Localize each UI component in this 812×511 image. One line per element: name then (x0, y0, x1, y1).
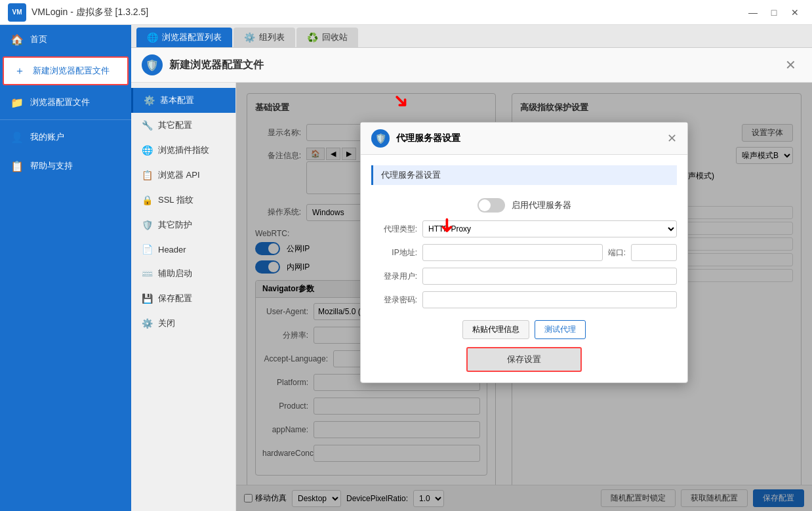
dialog-header: 🛡️ 新建浏览器配置文件 ✕ (131, 48, 812, 83)
proxy-modal-body: 代理服务器设置 启用代理服务器 代理 (361, 155, 687, 382)
nav-other-protection[interactable]: 🛡️ 其它防护 (131, 213, 235, 237)
nav-browser-fingerprint[interactable]: 🌐 浏览插件指纹 (131, 138, 235, 163)
sidebar-item-account-label: 我的账户 (30, 131, 64, 143)
save-config-icon: 💾 (142, 293, 153, 304)
paste-proxy-button[interactable]: 粘贴代理信息 (462, 320, 529, 339)
folder-icon: 📁 (10, 96, 24, 109)
annotation-arrow-1: ➜ (388, 87, 415, 114)
tab-group-label: 组列表 (259, 31, 285, 43)
content-area: 🌐 浏览器配置列表 ⚙️ 组列表 ♻️ 回收站 🛡️ 新建浏览器配置文件 ✕ (131, 25, 812, 511)
header-icon: 📄 (142, 244, 153, 255)
close-nav-icon: ⚙️ (142, 318, 153, 329)
proxy-ip-label: IP地址: (371, 247, 417, 258)
close-button[interactable]: ✕ (786, 5, 804, 20)
proxy-actions: 粘贴代理信息 测试代理 (371, 315, 677, 339)
main-layout: 🏠 首页 ＋ 新建浏览器配置文件 📁 浏览器配置文件 👤 我的账户 📋 帮助与支… (0, 25, 812, 511)
other-config-icon: 🔧 (142, 120, 153, 131)
proxy-modal-header: 🛡️ 代理服务器设置 ✕ (361, 123, 687, 155)
nav-header-label: Header (158, 245, 186, 255)
tab-trash[interactable]: ♻️ 回收站 (296, 28, 358, 47)
dialog-title: 新建浏览器配置文件 (169, 58, 264, 72)
left-nav: ⚙️ 基本配置 🔧 其它配置 🌐 浏览插件指纹 📋 浏览器 API (131, 83, 236, 511)
nav-other-config[interactable]: 🔧 其它配置 (131, 113, 235, 138)
tab-group-list[interactable]: ⚙️ 组列表 (233, 28, 295, 47)
proxy-section-title: 代理服务器设置 (371, 165, 677, 185)
nav-api-label: 浏览器 API (158, 169, 200, 181)
proxy-password-label: 登录密码: (371, 295, 417, 306)
minimize-button[interactable]: — (744, 5, 762, 20)
ssl-icon: 🔒 (142, 195, 153, 205)
title-bar: VM VMLogin - 虚拟多登 [1.3.2.5] — □ ✕ (0, 0, 812, 25)
proxy-username-input[interactable] (422, 268, 677, 285)
home-icon: 🏠 (10, 33, 24, 46)
help-icon: 📋 (10, 159, 24, 173)
plus-icon: ＋ (13, 64, 26, 77)
proxy-modal-overlay: 🛡️ 代理服务器设置 ✕ 代理服务器设置 (236, 83, 812, 511)
aux-icon: ⌨️ (142, 268, 153, 279)
trash-tab-icon: ♻️ (307, 32, 318, 43)
sidebar-item-profiles[interactable]: 📁 浏览器配置文件 (0, 88, 131, 117)
sidebar-item-new-profile[interactable]: ＋ 新建浏览器配置文件 (3, 56, 129, 85)
proxy-ip-row: IP地址: 端口: (371, 244, 677, 261)
nav-close-label: 关闭 (158, 317, 175, 329)
sidebar-divider (0, 119, 131, 120)
test-proxy-button[interactable]: 测试代理 (535, 320, 586, 339)
save-settings-button[interactable]: 保存设置 (466, 347, 582, 372)
proxy-username-label: 登录用户: (371, 271, 417, 282)
nav-header[interactable]: 📄 Header (131, 237, 235, 261)
proxy-password-input[interactable] (422, 291, 677, 308)
sidebar-item-profiles-label: 浏览器配置文件 (30, 96, 90, 108)
sidebar-item-home-label: 首页 (30, 33, 47, 45)
maximize-button[interactable]: □ (765, 5, 783, 20)
dialog-body: ⚙️ 基本配置 🔧 其它配置 🌐 浏览插件指纹 📋 浏览器 API (131, 83, 812, 511)
nav-browser-fp-label: 浏览插件指纹 (158, 144, 209, 156)
sidebar-item-home[interactable]: 🏠 首页 (0, 25, 131, 54)
group-tab-icon: ⚙️ (244, 32, 255, 43)
dialog-header-icon: 🛡️ (142, 54, 163, 75)
browser-tab-icon: 🌐 (147, 32, 158, 43)
sidebar-item-account[interactable]: 👤 我的账户 (0, 123, 131, 152)
sidebar-item-help[interactable]: 📋 帮助与支持 (0, 152, 131, 180)
tab-browser-label: 浏览器配置列表 (162, 31, 222, 43)
nav-basic-config[interactable]: ⚙️ 基本配置 (131, 88, 235, 113)
proxy-port-input[interactable] (631, 244, 677, 261)
proxy-modal: 🛡️ 代理服务器设置 ✕ 代理服务器设置 (360, 122, 688, 383)
proxy-port-label: 端口: (608, 247, 626, 258)
nav-ssl[interactable]: 🔒 SSL 指纹 (131, 188, 235, 213)
tab-bar: 🌐 浏览器配置列表 ⚙️ 组列表 ♻️ 回收站 (131, 25, 812, 48)
fingerprint-icon: 🌐 (142, 145, 153, 155)
proxy-type-select[interactable]: HTTP Proxy (422, 220, 677, 237)
nav-aux-label: 辅助启动 (158, 268, 192, 279)
proxy-password-row: 登录密码: (371, 291, 677, 308)
sidebar-item-help-label: 帮助与支持 (30, 160, 73, 172)
proxy-modal-title: 代理服务器设置 (396, 133, 460, 144)
proxy-type-row: 代理类型: HTTP Proxy (371, 220, 677, 237)
enable-proxy-label: 启用代理服务器 (512, 199, 571, 211)
basic-config-icon: ⚙️ (144, 95, 155, 106)
sidebar: 🏠 首页 ＋ 新建浏览器配置文件 📁 浏览器配置文件 👤 我的账户 📋 帮助与支… (0, 25, 131, 511)
proxy-modal-close-btn[interactable]: ✕ (667, 131, 677, 146)
nav-save-config[interactable]: 💾 保存配置 (131, 286, 235, 311)
nav-close[interactable]: ⚙️ 关闭 (131, 311, 235, 336)
new-file-dialog: 🛡️ 新建浏览器配置文件 ✕ ⚙️ 基本配置 🔧 其它配置 (131, 48, 812, 511)
protection-icon: 🛡️ (142, 220, 153, 230)
enable-proxy-toggle[interactable] (477, 198, 505, 213)
nav-browser-api[interactable]: 📋 浏览器 API (131, 163, 235, 188)
enable-proxy-row: 启用代理服务器 (371, 193, 677, 220)
nav-other-label: 其它配置 (158, 119, 192, 131)
api-icon: 📋 (142, 170, 153, 180)
sidebar-item-new-label: 新建浏览器配置文件 (33, 65, 110, 77)
nav-ssl-label: SSL 指纹 (158, 194, 193, 206)
app-title: VMLogin - 虚拟多登 [1.3.2.5] (31, 7, 148, 18)
dialog-close-button[interactable]: ✕ (780, 54, 802, 75)
nav-aux-launch[interactable]: ⌨️ 辅助启动 (131, 261, 235, 286)
nav-protection-label: 其它防护 (158, 219, 192, 231)
proxy-username-row: 登录用户: (371, 268, 677, 285)
nav-save-label: 保存配置 (158, 293, 192, 304)
save-settings-row: 保存设置 (371, 347, 677, 372)
window-controls: — □ ✕ (744, 5, 804, 20)
tab-browser-list[interactable]: 🌐 浏览器配置列表 (136, 28, 232, 47)
proxy-modal-icon: 🛡️ (371, 129, 390, 148)
proxy-ip-input[interactable] (422, 244, 603, 261)
user-icon: 👤 (10, 131, 24, 144)
